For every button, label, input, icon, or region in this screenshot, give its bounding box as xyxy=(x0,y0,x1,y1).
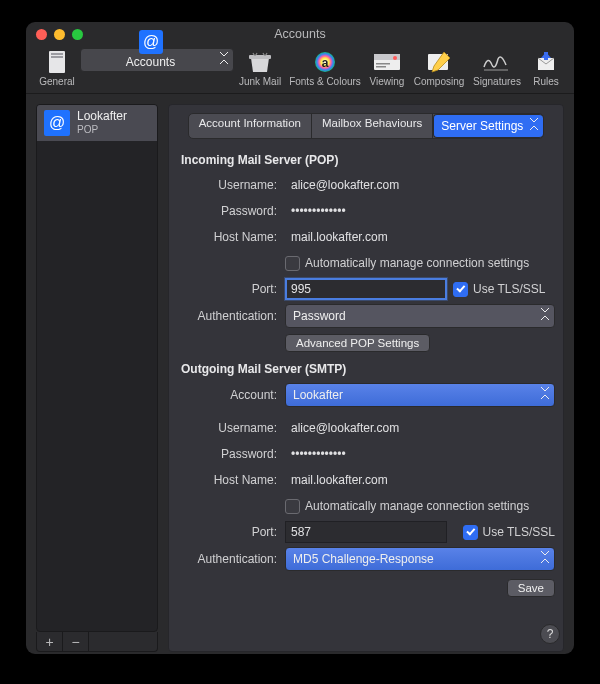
checkbox-icon xyxy=(463,525,478,540)
remove-account-button[interactable]: − xyxy=(63,632,89,651)
incoming-password-label: Password: xyxy=(177,204,285,218)
incoming-password-field[interactable] xyxy=(285,200,555,222)
toolbar-rules[interactable]: Rules xyxy=(526,48,566,87)
incoming-host-label: Host Name: xyxy=(177,230,285,244)
outgoing-host-field[interactable] xyxy=(285,469,555,491)
tab-mailbox-behaviours[interactable]: Mailbox Behaviours xyxy=(312,114,433,138)
close-icon[interactable] xyxy=(36,29,47,40)
tab-server-settings[interactable]: Server Settings xyxy=(433,114,543,138)
toolbar: General @ Accounts Junk Mail a Fonts & C… xyxy=(26,46,574,94)
signatures-icon xyxy=(482,48,512,76)
incoming-auth-label: Authentication: xyxy=(177,309,285,323)
junk-icon xyxy=(245,48,275,76)
outgoing-username-label: Username: xyxy=(177,421,285,435)
account-name: Lookafter xyxy=(77,110,127,124)
outgoing-auth-label: Authentication: xyxy=(177,552,285,566)
help-button[interactable]: ? xyxy=(540,624,560,644)
outgoing-auth-select[interactable]: MD5 Challenge-Response xyxy=(285,547,555,571)
outgoing-auto-manage[interactable]: Automatically manage connection settings xyxy=(285,499,529,514)
rules-icon xyxy=(531,48,561,76)
accounts-icon: @ xyxy=(136,29,166,55)
outgoing-account-select[interactable]: Lookafter xyxy=(285,383,555,407)
checkbox-icon xyxy=(453,282,468,297)
account-protocol: POP xyxy=(77,124,127,136)
incoming-port-field[interactable] xyxy=(285,278,447,300)
zoom-icon[interactable] xyxy=(72,29,83,40)
incoming-heading: Incoming Mail Server (POP) xyxy=(181,153,555,167)
incoming-auto-manage[interactable]: Automatically manage connection settings xyxy=(285,256,529,271)
svg-rect-5 xyxy=(249,55,271,59)
outgoing-port-field[interactable] xyxy=(285,521,447,543)
incoming-username-field[interactable] xyxy=(285,174,555,196)
outgoing-password-field[interactable] xyxy=(285,443,555,465)
outgoing-tls-checkbox[interactable]: Use TLS/SSL xyxy=(463,525,555,540)
toolbar-composing[interactable]: Composing xyxy=(410,48,468,87)
outgoing-password-label: Password: xyxy=(177,447,285,461)
general-icon xyxy=(42,48,72,76)
toolbar-general[interactable]: General xyxy=(34,48,80,87)
tab-account-information[interactable]: Account Information xyxy=(189,114,312,138)
svg-text:@: @ xyxy=(142,33,158,50)
incoming-host-field[interactable] xyxy=(285,226,555,248)
add-account-button[interactable]: + xyxy=(37,632,63,651)
tabbar: Account Information Mailbox Behaviours S… xyxy=(188,113,545,139)
advanced-pop-button[interactable]: Advanced POP Settings xyxy=(285,334,430,352)
checkbox-icon xyxy=(285,499,300,514)
toolbar-junk-mail[interactable]: Junk Mail xyxy=(234,48,286,87)
incoming-username-label: Username: xyxy=(177,178,285,192)
svg-rect-2 xyxy=(51,56,63,58)
svg-rect-11 xyxy=(376,66,386,68)
svg-rect-1 xyxy=(51,53,63,55)
titlebar: Accounts xyxy=(26,22,574,46)
toolbar-fonts-colours[interactable]: a Fonts & Colours xyxy=(286,48,364,87)
window-title: Accounts xyxy=(26,27,574,41)
incoming-port-label: Port: xyxy=(177,282,285,296)
toolbar-accounts[interactable]: @ Accounts xyxy=(80,48,234,72)
outgoing-username-field[interactable] xyxy=(285,417,555,439)
toolbar-viewing[interactable]: Viewing xyxy=(364,48,410,87)
outgoing-heading: Outgoing Mail Server (SMTP) xyxy=(181,362,555,376)
svg-point-12 xyxy=(393,56,397,60)
incoming-auth-select[interactable]: Password xyxy=(285,304,555,328)
checkbox-icon xyxy=(285,256,300,271)
svg-text:a: a xyxy=(322,56,329,70)
accounts-sidebar: @ Lookafter POP + − xyxy=(36,104,158,652)
save-button[interactable]: Save xyxy=(507,579,555,597)
account-row[interactable]: @ Lookafter POP xyxy=(37,105,157,141)
minimize-icon[interactable] xyxy=(54,29,65,40)
outgoing-account-label: Account: xyxy=(177,388,285,402)
toolbar-signatures[interactable]: Signatures xyxy=(468,48,526,87)
fonts-icon: a xyxy=(310,48,340,76)
at-icon: @ xyxy=(44,110,70,136)
composing-icon xyxy=(424,48,454,76)
outgoing-port-label: Port: xyxy=(177,525,285,539)
preferences-window: Accounts General @ Accounts Junk Mail a … xyxy=(26,22,574,654)
accounts-list[interactable]: @ Lookafter POP xyxy=(36,104,158,632)
svg-rect-10 xyxy=(376,63,390,65)
tabs: Account Information Mailbox Behaviours S… xyxy=(177,113,555,139)
traffic-lights xyxy=(26,29,83,40)
viewing-icon xyxy=(372,48,402,76)
outgoing-host-label: Host Name: xyxy=(177,473,285,487)
body: @ Lookafter POP + − Account Information … xyxy=(26,94,574,654)
content-panel: Account Information Mailbox Behaviours S… xyxy=(168,104,564,652)
incoming-tls-checkbox[interactable]: Use TLS/SSL xyxy=(453,282,545,297)
accounts-list-toolbar: + − xyxy=(36,632,158,652)
